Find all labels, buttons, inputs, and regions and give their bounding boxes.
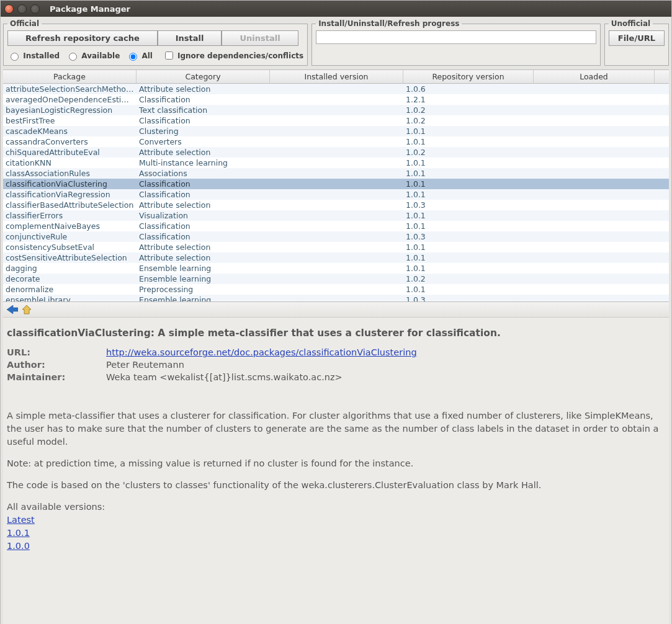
cell-loaded [534, 115, 655, 126]
table-row[interactable]: cassandraConvertersConverters1.0.1 [3, 136, 669, 147]
cell-name: complementNaiveBayes [3, 221, 137, 231]
table-row[interactable]: conjunctiveRuleClassification1.0.3 [3, 231, 669, 242]
description-p1: A simple meta-classifier that uses a clu… [7, 409, 665, 448]
cell-category: Classification [137, 231, 270, 242]
cell-repo: 1.0.1 [403, 263, 534, 274]
official-panel: Official Refresh repository cache Instal… [3, 19, 308, 66]
install-button[interactable]: Install [158, 30, 222, 46]
cell-installed [270, 263, 403, 274]
table-row[interactable]: averagedOneDependenceEstim...Classificat… [3, 94, 669, 105]
table-row[interactable]: citationKNNMulti-instance learning1.0.1 [3, 158, 669, 168]
cell-repo: 1.0.3 [403, 200, 534, 210]
cell-loaded [534, 94, 655, 105]
cell-installed [270, 179, 403, 189]
back-icon[interactable] [7, 305, 18, 314]
refresh-repo-button[interactable]: Refresh repository cache [7, 30, 158, 46]
cell-installed [270, 158, 403, 168]
cell-installed [270, 147, 403, 158]
cell-category: Classification [137, 179, 270, 189]
version-link[interactable]: 1.0.0 [7, 541, 30, 551]
table-row[interactable]: chiSquaredAttributeEvalAttribute selecti… [3, 147, 669, 158]
nav-toolbar [3, 302, 669, 318]
home-icon[interactable] [22, 305, 32, 314]
cell-name: dagging [3, 263, 137, 274]
cell-name: bestFirstTree [3, 115, 137, 126]
cell-installed [270, 221, 403, 231]
cell-name: cascadeKMeans [3, 126, 137, 136]
package-manager-window: Package Manager Official Refresh reposit… [0, 0, 672, 624]
svg-marker-1 [22, 305, 31, 314]
table-row[interactable]: classificationViaRegressionClassificatio… [3, 189, 669, 200]
cell-category: Visualization [137, 210, 270, 221]
cell-repo: 1.0.2 [403, 115, 534, 126]
table-row[interactable]: ensembleLibraryEnsemble learning1.0.3 [3, 295, 669, 302]
cell-installed [270, 105, 403, 115]
table-row[interactable]: decorateEnsemble learning1.0.2 [3, 274, 669, 284]
table-row[interactable]: daggingEnsemble learning1.0.1 [3, 263, 669, 274]
progress-legend: Install/Uninstall/Refresh progress [316, 19, 462, 28]
cell-loaded [534, 158, 655, 168]
cell-name: cassandraConverters [3, 136, 137, 147]
version-link[interactable]: Latest [7, 515, 35, 525]
table-row[interactable]: complementNaiveBayesClassification1.0.1 [3, 221, 669, 231]
cell-installed [270, 94, 403, 105]
table-row[interactable]: costSensitiveAttributeSelectionAttribute… [3, 252, 669, 263]
table-row[interactable]: attributeSelectionSearchMethodsAttribute… [3, 84, 669, 94]
cell-name: classificationViaRegression [3, 189, 137, 200]
description-p2: Note: at prediction time, a missing valu… [7, 457, 665, 470]
cell-repo: 1.0.1 [403, 252, 534, 263]
cell-loaded [534, 179, 655, 189]
svg-marker-0 [7, 305, 18, 314]
cell-repo: 1.0.1 [403, 210, 534, 221]
cell-name: classifierBasedAttributeSelection [3, 200, 137, 210]
table-row[interactable]: consistencySubsetEvalAttribute selection… [3, 242, 669, 252]
cell-category: Ensemble learning [137, 295, 270, 302]
table-row[interactable]: bayesianLogisticRegressionText classific… [3, 105, 669, 115]
cell-repo: 1.0.1 [403, 179, 534, 189]
col-repo[interactable]: Repository version [403, 70, 534, 83]
package-table[interactable]: attributeSelectionSearchMethodsAttribute… [3, 84, 669, 302]
version-link[interactable]: 1.0.1 [7, 528, 30, 538]
cell-category: Attribute selection [137, 200, 270, 210]
filter-installed[interactable]: Installed [7, 51, 60, 61]
cell-repo: 1.0.1 [403, 158, 534, 168]
cell-repo: 1.0.3 [403, 231, 534, 242]
col-loaded[interactable]: Loaded [534, 70, 655, 83]
table-row[interactable]: classifierErrorsVisualization1.0.1 [3, 210, 669, 221]
col-category[interactable]: Category [137, 70, 270, 83]
cell-repo: 1.0.3 [403, 295, 534, 302]
cell-repo: 1.2.1 [403, 94, 534, 105]
author-value: Peter Reutemann [106, 360, 184, 370]
col-package[interactable]: Package [3, 70, 137, 83]
cell-name: classificationViaClustering [3, 179, 137, 189]
cell-repo: 1.0.1 [403, 242, 534, 252]
window-close-button[interactable] [4, 4, 14, 14]
cell-installed [270, 274, 403, 284]
cell-installed [270, 231, 403, 242]
window-maximize-button[interactable] [30, 4, 40, 14]
cell-installed [270, 126, 403, 136]
filter-all[interactable]: All [126, 51, 153, 61]
table-row[interactable]: classificationViaClusteringClassificatio… [3, 179, 669, 189]
table-row[interactable]: classAssociationRulesAssociations1.0.1 [3, 168, 669, 179]
cell-category: Classification [137, 221, 270, 231]
uninstall-button[interactable]: Uninstall [222, 30, 298, 46]
table-row[interactable]: cascadeKMeansClustering1.0.1 [3, 126, 669, 136]
package-url-link[interactable]: http://weka.sourceforge.net/doc.packages… [106, 347, 417, 357]
window-minimize-button[interactable] [17, 4, 27, 14]
maintainer-value: Weka team <wekalist{[at]}list.scms.waika… [106, 372, 343, 382]
cell-category: Multi-instance learning [137, 158, 270, 168]
table-row[interactable]: classifierBasedAttributeSelectionAttribu… [3, 200, 669, 210]
table-row[interactable]: denormalizePreprocessing1.0.1 [3, 284, 669, 295]
table-row[interactable]: bestFirstTreeClassification1.0.2 [3, 115, 669, 126]
file-url-button[interactable]: File/URL [609, 30, 665, 46]
cell-installed [270, 210, 403, 221]
cell-repo: 1.0.2 [403, 147, 534, 158]
cell-loaded [534, 189, 655, 200]
filter-available[interactable]: Available [66, 51, 120, 61]
ignore-deps-checkbox[interactable] [165, 51, 173, 60]
cell-category: Ensemble learning [137, 263, 270, 274]
cell-category: Converters [137, 136, 270, 147]
col-installed[interactable]: Installed version [270, 70, 403, 83]
cell-installed [270, 115, 403, 126]
